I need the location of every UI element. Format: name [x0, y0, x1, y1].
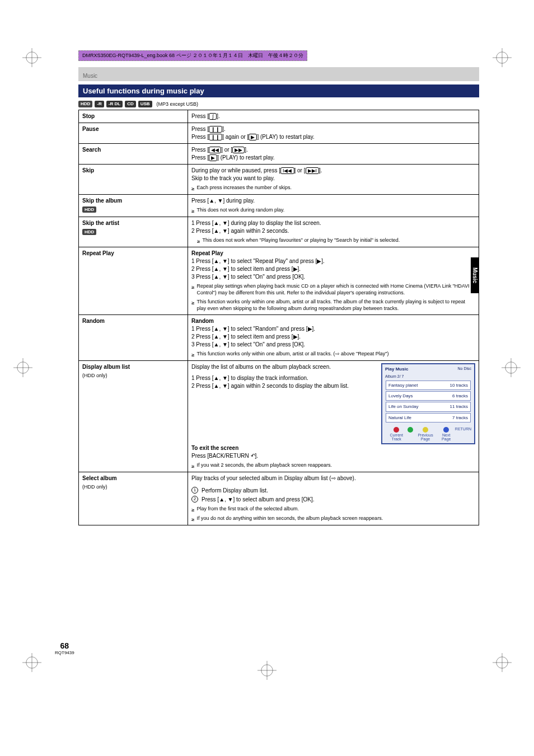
tag-hdd: HDD: [78, 101, 92, 107]
page-number-block: 68 RQT9439: [55, 641, 74, 655]
label-random: Random: [79, 314, 188, 360]
fastforward-icon: ▶▶: [232, 147, 245, 154]
content-skip: During play or while paused, press [I◀◀]…: [188, 164, 479, 194]
row-search: Search Press [◀◀] or [▶▶]. Press [▶] (PL…: [79, 143, 479, 164]
label-select-album: Select album (HDD only): [79, 472, 188, 525]
tag-rdl: -R DL: [106, 101, 123, 107]
label-stop: Stop: [79, 110, 188, 123]
screen-disc-status: No Disc: [457, 366, 471, 372]
cropmark-bottom-right: [493, 653, 512, 672]
content-skip-album: Press [▲, ▼] during play. This does not …: [188, 194, 479, 217]
play-icon: ▶: [209, 154, 217, 162]
pause-icon: ❙❙: [209, 126, 222, 133]
screen-return: RETURN: [455, 427, 471, 441]
label-pause: Pause: [79, 123, 188, 143]
tag-usb: USB: [138, 101, 152, 107]
rewind-icon: ◀◀: [209, 147, 221, 154]
up-icon: ▲: [209, 198, 214, 204]
bullet-icon: [191, 206, 194, 214]
skip-back-icon: I◀◀: [280, 167, 294, 175]
label-skip: Skip: [79, 164, 188, 194]
operations-table: Stop Press [∫]. Pause Press [❙❙]. Press …: [78, 110, 479, 525]
row-pause: Pause Press [❙❙]. Press [❙❙] again or [▶…: [79, 123, 479, 143]
row-repeat-play: Repeat Play Repeat Play 1 Press [▲, ▼] t…: [79, 247, 479, 314]
source-file-note: DMRXS350EG-RQT9439-L_eng.book 68 ページ ２０１…: [78, 50, 307, 61]
screen-title: Play Music: [385, 366, 408, 372]
down-icon: ▼: [218, 198, 223, 204]
row-stop: Stop Press [∫].: [79, 110, 479, 123]
play-icon: ▶: [249, 134, 257, 141]
row-skip-artist: Skip the artist HDD 1 Press [▲, ▼] durin…: [79, 217, 479, 247]
bullet-icon: [191, 350, 194, 358]
screen-footer: Current Track Previous Page Next Page RE…: [382, 427, 474, 443]
tag-condition-text: (MP3 except USB): [157, 101, 199, 107]
stop-icon: ∫: [209, 113, 217, 120]
blue-button-icon: [443, 427, 449, 433]
label-search: Search: [79, 143, 188, 164]
bullet-icon: [191, 283, 194, 290]
side-tab-music: Music: [471, 257, 479, 293]
row-select-album: Select album (HDD only) Play tracks of y…: [79, 472, 479, 525]
screen-preview: Play Music No Disc Album 2/ 7 Fantasy pl…: [381, 363, 475, 444]
screen-row: Lovely Days6 tracks: [386, 391, 471, 401]
bullet-icon: [197, 237, 200, 245]
green-button-icon: [407, 427, 413, 433]
cropmark-bottom-left: [22, 653, 41, 672]
content-select-album: Play tracks of your selected album in Di…: [188, 472, 479, 525]
screen-count: Album 2/ 7: [382, 374, 474, 379]
content-random: Random 1 Press [▲, ▼] to select "Random"…: [188, 314, 479, 360]
screen-row: Natural Life7 tracks: [386, 413, 471, 422]
screen-row: Life on Sunday11 tracks: [386, 402, 471, 411]
step-number-icon: 2: [191, 496, 198, 503]
tag-cd: CD: [125, 101, 136, 107]
yellow-button-icon: [423, 427, 428, 433]
label-skip-album: Skip the album HDD: [79, 194, 188, 217]
row-skip: Skip During play or while paused, press …: [79, 164, 479, 194]
bullet-icon: [191, 298, 194, 306]
bullet-icon: [191, 515, 194, 523]
section-title: Useful functions during music play: [78, 84, 479, 97]
bullet-icon: [191, 505, 194, 513]
red-button-icon: [394, 427, 399, 433]
step-number-icon: 1: [191, 487, 198, 494]
content-stop: Press [∫].: [188, 110, 479, 123]
label-skip-artist: Skip the artist HDD: [79, 217, 188, 247]
skip-forward-icon: ▶▶I: [306, 167, 320, 175]
bullet-icon: [191, 184, 194, 192]
content-pause: Press [❙❙]. Press [❙❙] again or [▶] (PLA…: [188, 123, 479, 143]
row-random: Random Random 1 Press [▲, ▼] to select "…: [79, 314, 479, 360]
content-display-album-list: Play Music No Disc Album 2/ 7 Fantasy pl…: [188, 360, 479, 472]
tag-r: -R: [95, 101, 104, 107]
row-display-album-list: Display album list (HDD only) Play Music…: [79, 360, 479, 472]
cropmark-bottom-center: [257, 661, 277, 680]
pause-icon: ❙❙: [209, 134, 222, 141]
content-repeat-play: Repeat Play 1 Press [▲, ▼] to select "Re…: [188, 247, 479, 314]
row-skip-album: Skip the album HDD Press [▲, ▼] during p…: [79, 194, 479, 217]
screen-row: Fantasy planet10 tracks: [386, 381, 471, 390]
bullet-icon: [191, 462, 194, 469]
label-repeat-play: Repeat Play: [79, 247, 188, 314]
content-search: Press [◀◀] or [▶▶]. Press [▶] (PLAY) to …: [188, 143, 479, 164]
label-display-album-list: Display album list (HDD only): [79, 360, 188, 472]
section-category: Music: [78, 67, 479, 81]
content-skip-artist: 1 Press [▲, ▼] during play to display th…: [188, 217, 479, 247]
disc-compatibility-tags: HDD -R -R DL CD USB (MP3 except USB): [78, 101, 479, 107]
